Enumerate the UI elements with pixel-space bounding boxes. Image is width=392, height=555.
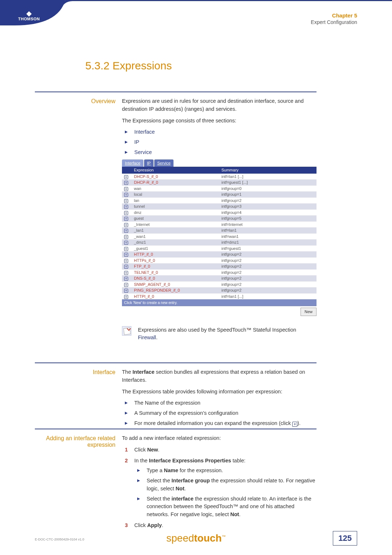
table-row[interactable]: +DHCP-S_if_0intf=lan1 [...] <box>122 174 317 180</box>
tab-interface[interactable]: Interface <box>122 159 143 167</box>
table-row[interactable]: +guestintfgroup=5 <box>122 215 317 222</box>
cell-expression: SNMP_AGENT_if_0 <box>132 281 219 288</box>
overview-para2: The Expressions page consists of three s… <box>122 117 317 125</box>
tabs-row: Interface IP Service <box>122 159 317 167</box>
cell-expression: _Internet <box>132 222 219 228</box>
table-row[interactable]: +_guest1intf=guest1 <box>122 246 317 252</box>
overview-label: Overview <box>35 97 122 342</box>
cell-summary: intfgroup=5 <box>219 215 317 222</box>
interface-list: The Name of the expression A Summary of … <box>122 399 317 427</box>
expand-row-icon[interactable]: + <box>124 247 128 251</box>
table-row[interactable]: +DNS-S_if_0intfgroup=2 <box>122 275 317 281</box>
chapter-subtitle: Expert Configuration <box>311 19 357 25</box>
overview-item-interface[interactable]: Interface <box>134 129 155 135</box>
new-button[interactable]: New <box>301 308 317 316</box>
table-row[interactable]: +FTP_if_0intfgroup=2 <box>122 263 317 270</box>
cell-summary: intf=wan1 <box>219 234 317 240</box>
table-row[interactable]: +dmzintfgroup=4 <box>122 210 317 216</box>
table-row[interactable]: +_wan1intf=wan1 <box>122 234 317 240</box>
cell-summary: intfgroup=2 <box>219 287 317 293</box>
step2-sub1: Type a Name for the expression. <box>134 467 317 475</box>
expand-row-icon[interactable]: + <box>124 187 128 191</box>
table-row[interactable]: +_dmz1intf=dmz1 <box>122 239 317 246</box>
expand-row-icon[interactable]: + <box>124 271 128 275</box>
col-summary: Summary <box>219 167 317 174</box>
table-row[interactable]: +DHCP-R_if_0intf=guest1 [...] <box>122 179 317 186</box>
adding-content: To add a new interface related expressio… <box>122 434 317 532</box>
page-number: 125 <box>333 531 357 546</box>
expressions-table: Expression Summary +DHCP-S_if_0intf=lan1… <box>122 167 317 299</box>
cell-summary: intfgroup=3 <box>219 203 317 210</box>
cell-summary: intf=Internet <box>219 222 317 228</box>
step-3: 3 Click Apply. <box>122 522 317 530</box>
expand-row-icon[interactable]: + <box>124 217 128 221</box>
table-row[interactable]: +tunnelintfgroup=3 <box>122 203 317 210</box>
table-row[interactable]: +wanintfgroup=0 <box>122 186 317 192</box>
interface-item-2: A Summary of the expression's configurat… <box>122 409 317 417</box>
step2-sub2: Select the Interface group the expressio… <box>134 477 317 493</box>
table-row[interactable]: +TELNET_if_0intfgroup=2 <box>122 270 317 276</box>
cell-expression: DNS-S_if_0 <box>132 275 219 281</box>
adding-para1: To add a new interface related expressio… <box>122 434 317 442</box>
expand-row-icon[interactable]: + <box>124 259 128 263</box>
interface-item-1: The Name of the expression <box>122 399 317 407</box>
overview-item-service[interactable]: Service <box>134 149 152 155</box>
expand-row-icon[interactable]: + <box>124 223 128 227</box>
interface-para1: The Interface section bundles all expres… <box>122 368 317 384</box>
expand-row-icon[interactable]: + <box>124 229 128 233</box>
cell-summary: intf=lan1 [...] <box>219 174 317 180</box>
tab-service[interactable]: Service <box>154 159 173 167</box>
cell-expression: _wan1 <box>132 234 219 240</box>
cell-summary: intfgroup=1 <box>219 191 317 198</box>
cell-expression: _guest1 <box>132 246 219 252</box>
step-1: 1 Click New. <box>122 446 317 454</box>
expand-row-icon[interactable]: + <box>124 205 128 209</box>
cell-expression: local <box>132 191 219 198</box>
expand-row-icon[interactable]: + <box>124 277 128 281</box>
expand-row-icon[interactable]: + <box>124 211 128 215</box>
table-row[interactable]: +HTTPI_if_0intf=lan1 [...] <box>122 293 317 300</box>
cell-summary: intfgroup=2 <box>219 281 317 288</box>
table-row[interactable]: +HTTPs_if_0intfgroup=2 <box>122 258 317 264</box>
expand-row-icon[interactable]: + <box>124 199 128 203</box>
cell-expression: HTTP_if_0 <box>132 251 219 258</box>
table-row[interactable]: +SNMP_AGENT_if_0intfgroup=2 <box>122 281 317 288</box>
cell-summary: intf=lan1 <box>219 227 317 234</box>
logo-icon: ◆ <box>18 10 40 17</box>
expand-row-icon[interactable]: + <box>124 283 128 287</box>
cell-summary: intfgroup=4 <box>219 210 317 216</box>
table-row[interactable]: +localintfgroup=1 <box>122 191 317 198</box>
cell-summary: intfgroup=2 <box>219 258 317 264</box>
cell-expression: HTTPI_if_0 <box>132 293 219 300</box>
expand-icon: + <box>292 422 297 427</box>
step-2: 2 In the Interface Expressions Propertie… <box>122 457 317 519</box>
logo-text: THOMSON <box>18 17 40 21</box>
adding-label: Adding an interface related expression <box>35 434 122 532</box>
overview-para1: Expressions are used in rules for source… <box>122 97 317 113</box>
cell-expression: lan <box>132 198 219 204</box>
table-row[interactable]: +PING_RESPONDER_if_0intfgroup=2 <box>122 287 317 293</box>
expand-row-icon[interactable]: + <box>124 181 128 185</box>
cell-expression: guest <box>132 215 219 222</box>
overview-item-ip[interactable]: IP <box>134 139 139 145</box>
expand-row-icon[interactable]: + <box>124 235 128 239</box>
expand-row-icon[interactable]: + <box>124 193 128 197</box>
table-row[interactable]: +HTTP_if_0intfgroup=2 <box>122 251 317 258</box>
section-heading: 5.3.2 Expressions <box>85 60 172 72</box>
expand-row-icon[interactable]: + <box>124 295 128 299</box>
overview-content: Expressions are used in rules for source… <box>122 97 317 342</box>
expand-row-icon[interactable]: + <box>124 265 128 269</box>
table-row[interactable]: +_lan1intf=lan1 <box>122 227 317 234</box>
cell-expression: _lan1 <box>132 227 219 234</box>
table-row[interactable]: +_Internetintf=Internet <box>122 222 317 228</box>
table-footer-hint: Click 'New' to create a new entry. <box>122 299 317 306</box>
table-row[interactable]: +lanintfgroup=2 <box>122 198 317 204</box>
expand-row-icon[interactable]: + <box>124 289 128 293</box>
tab-ip[interactable]: IP <box>144 159 154 167</box>
note-text: Expressions are also used by the SpeedTo… <box>138 326 317 342</box>
expand-row-icon[interactable]: + <box>124 241 128 245</box>
expand-row-icon[interactable]: + <box>124 175 128 179</box>
expand-row-icon[interactable]: + <box>124 253 128 257</box>
cell-expression: HTTPs_if_0 <box>132 258 219 264</box>
firewall-link[interactable]: Firewall <box>138 335 156 340</box>
